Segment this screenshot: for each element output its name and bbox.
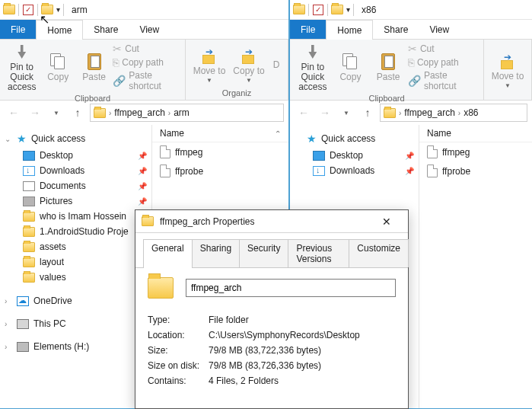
tab-customize[interactable]: Customize [349, 239, 409, 267]
file-row[interactable]: ffprobe [419, 161, 532, 181]
nav-item-desktop[interactable]: Desktop📌 [0, 148, 151, 163]
move-to-button[interactable]: ➔ Move to ▼ [190, 41, 228, 88]
tab-sharing[interactable]: Sharing [192, 239, 240, 267]
chevron-right-icon[interactable]: › [168, 109, 170, 117]
nav-thispc[interactable]: ›This PC [0, 315, 151, 332]
copy-button[interactable]: Copy [40, 41, 75, 93]
copy-to-button[interactable]: ➔ Copy to ▼ [230, 41, 268, 88]
cut-button[interactable]: ✂Cut [113, 43, 180, 55]
nav-item-desktop[interactable]: Desktop📌 [290, 148, 419, 163]
contains-label: Contains: [148, 375, 209, 386]
tab-share[interactable]: Share [83, 20, 129, 39]
label: Copy to [233, 66, 264, 76]
qat-dropdown-icon[interactable]: ▾ [56, 5, 60, 14]
quick-access[interactable]: ⌄★Quick access [0, 129, 151, 148]
expand-icon[interactable]: › [5, 297, 12, 305]
copy-path-icon: ⎘ [408, 56, 414, 69]
folder-icon [23, 273, 35, 283]
file-list[interactable]: Name ffmpeg ffprobe [419, 125, 532, 408]
nav-onedrive[interactable]: ›OneDrive [0, 292, 151, 309]
nav-item-pictures[interactable]: Pictures📌 [0, 193, 151, 209]
forward-button[interactable]: → [316, 104, 334, 122]
move-to-button[interactable]: ➔ Move to ▼ [489, 41, 527, 98]
tab-share[interactable]: Share [373, 20, 419, 39]
file-row[interactable]: ffmpeg [152, 142, 288, 161]
expand-icon[interactable]: › [5, 343, 12, 351]
location-label: Location: [148, 330, 209, 340]
nav-item-downloads[interactable]: Downloads📌 [0, 163, 151, 178]
tab-home[interactable]: Home [36, 20, 83, 40]
dialog-titlebar[interactable]: ffmpeg_arch Properties ✕ [135, 210, 408, 233]
column-header-name[interactable]: Name [419, 125, 532, 142]
label: Pictures [40, 196, 72, 206]
chevron-right-icon[interactable]: › [458, 109, 460, 117]
tab-previous-versions[interactable]: Previous Versions [288, 239, 349, 267]
back-button[interactable]: ← [5, 104, 23, 122]
label: Paste [82, 72, 106, 82]
paste-button[interactable]: Paste [370, 41, 406, 93]
breadcrumb[interactable]: ffmpeg_arch [114, 107, 165, 118]
tab-view[interactable]: View [129, 20, 170, 39]
column-header-name[interactable]: Name⌃ [152, 125, 288, 142]
copy-button[interactable]: Copy [333, 41, 369, 93]
nav-drive[interactable]: ›Elements (H:) [0, 338, 151, 355]
copy-to-icon: ➔ [240, 46, 258, 65]
breadcrumb[interactable]: arm [174, 107, 190, 118]
breadcrumb[interactable]: x86 [464, 107, 478, 118]
nav-item-folder[interactable]: values [0, 270, 151, 285]
breadcrumb[interactable]: ffmpeg_arch [404, 107, 455, 118]
tab-file[interactable]: File [0, 20, 36, 39]
recent-dropdown[interactable]: ▼ [47, 104, 65, 122]
pc-icon [17, 319, 29, 329]
nav-item-downloads[interactable]: Downloads📌 [290, 163, 419, 178]
tab-file[interactable]: File [290, 20, 326, 39]
file-row[interactable]: ffprobe [152, 161, 288, 181]
address-bar[interactable]: › ffmpeg_arch › x86 [380, 104, 527, 122]
paste-button[interactable]: Paste [77, 41, 111, 93]
titlebar[interactable]: ✓ ▾ x86 [290, 0, 532, 20]
folder-name-input[interactable] [186, 279, 396, 297]
up-button[interactable]: ↑ [358, 104, 377, 122]
copy-path-button[interactable]: ⎘Copy path [408, 56, 479, 69]
back-button[interactable]: ← [295, 104, 313, 122]
quick-access[interactable]: ★Quick access [290, 129, 419, 148]
nav-item-folder[interactable]: assets [0, 239, 151, 254]
delete-button[interactable]: D [269, 41, 283, 88]
label: Elements (H:) [33, 341, 89, 352]
window-title: x86 [362, 5, 376, 15]
nav-item-documents[interactable]: Documents📌 [0, 178, 151, 193]
divider [18, 4, 19, 16]
expand-icon[interactable]: ⌄ [5, 135, 12, 143]
expand-icon[interactable]: › [5, 320, 12, 328]
copy-path-icon: ⎘ [113, 56, 119, 69]
tab-general[interactable]: General [143, 239, 193, 267]
pin-to-quick-access-button[interactable]: Pin to Quick access [5, 41, 39, 93]
forward-button[interactable]: → [26, 104, 44, 122]
nav-item-folder[interactable]: who is Imam Hossein [0, 209, 151, 224]
cut-button[interactable]: ✂Cut [408, 43, 479, 55]
recent-dropdown[interactable]: ▼ [337, 104, 355, 122]
tab-security[interactable]: Security [239, 239, 288, 267]
tab-view[interactable]: View [419, 20, 460, 39]
sort-icon: ⌃ [275, 129, 281, 138]
nav-item-folder[interactable]: 1.AndroidStudio Proje [0, 224, 151, 239]
address-bar[interactable]: › ffmpeg_arch › arm [90, 104, 284, 122]
properties-icon[interactable]: ✓ [312, 4, 324, 16]
chevron-right-icon[interactable]: › [399, 109, 401, 117]
nav-item-folder[interactable]: layout [0, 254, 151, 270]
paste-shortcut-button[interactable]: 🔗Paste shortcut [113, 70, 180, 91]
qat-dropdown-icon[interactable]: ▾ [346, 5, 350, 14]
close-button[interactable]: ✕ [371, 211, 402, 232]
ribbon-group-clipboard: Pin to Quick access Copy Paste ✂Cut ⎘Cop… [290, 40, 484, 100]
properties-icon[interactable]: ✓ [22, 4, 34, 16]
tab-home[interactable]: Home [326, 20, 373, 40]
chevron-right-icon[interactable]: › [109, 109, 111, 117]
up-button[interactable]: ↑ [68, 104, 87, 122]
scissors-icon: ✂ [113, 43, 122, 55]
pin-icon [304, 43, 322, 61]
copy-path-button[interactable]: ⎘Copy path [113, 56, 180, 69]
paste-shortcut-button[interactable]: 🔗Paste shortcut [408, 70, 479, 91]
file-row[interactable]: ffmpeg [419, 142, 532, 161]
titlebar[interactable]: ✓ ▾ arm [0, 0, 288, 20]
pin-to-quick-access-button[interactable]: Pin to Quick access [295, 41, 331, 93]
